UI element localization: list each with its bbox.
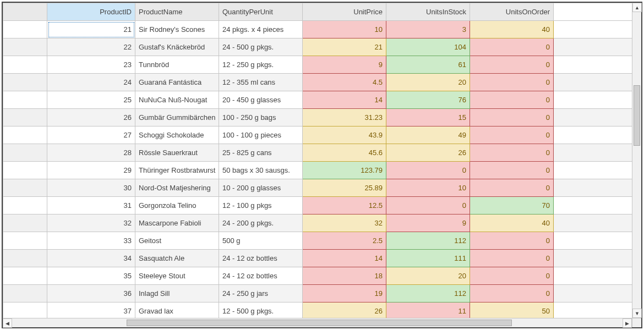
cell-unitprice[interactable]: 4.5 [303,74,386,91]
cell-quantityperunit[interactable]: 100 - 250 g bags [219,109,303,127]
cell-unitprice[interactable]: 45.6 [303,144,386,162]
table-row[interactable]: 29Thüringer Rostbratwurst50 bags x 30 sa… [3,162,632,179]
cell-quantityperunit[interactable]: 12 - 500 g pkgs. [219,302,303,318]
vertical-scroll-thumb[interactable] [634,85,640,146]
row-header[interactable] [3,56,47,74]
cell-productid[interactable]: 32 [47,215,135,232]
cell-unitsinstock[interactable]: 15 [386,109,470,127]
scroll-down-button[interactable]: ▼ [632,309,642,318]
select-all-corner[interactable] [3,3,47,21]
cell-unitprice[interactable]: 12.5 [303,197,386,215]
cell-productid[interactable]: 34 [47,250,135,267]
row-header[interactable] [3,215,47,232]
cell-productid[interactable]: 35 [47,267,135,285]
cell-unitprice[interactable]: 2.5 [303,232,386,250]
table-row[interactable]: 34Sasquatch Ale24 - 12 oz bottles141110 [3,250,632,267]
cell-quantityperunit[interactable]: 10 - 200 g glasses [219,179,303,197]
row-header[interactable] [3,232,47,250]
cell-productid[interactable]: 26 [47,109,135,127]
vertical-scrollbar[interactable]: ▲ ▼ [632,3,641,318]
cell-unitsonorder[interactable]: 70 [470,197,554,215]
cell-quantityperunit[interactable]: 500 g [219,232,303,250]
cell-productname[interactable]: Gumbär Gummibärchen [135,109,219,127]
cell-quantityperunit[interactable]: 24 pkgs. x 4 pieces [219,21,303,38]
row-header[interactable] [3,162,47,179]
cell-quantityperunit[interactable]: 25 - 825 g cans [219,144,303,162]
cell-unitsonorder[interactable]: 0 [470,267,554,285]
cell-productname[interactable]: Sasquatch Ale [135,250,219,267]
cell-productname[interactable]: Mascarpone Fabioli [135,215,219,232]
cell-quantityperunit[interactable]: 12 - 355 ml cans [219,74,303,91]
cell-quantityperunit[interactable]: 100 - 100 g pieces [219,127,303,144]
cell-productname[interactable]: Sir Rodney's Scones [135,21,219,38]
cell-quantityperunit[interactable]: 24 - 250 g jars [219,285,303,302]
cell-productname[interactable]: Gustaf's Knäckebröd [135,38,219,56]
cell-unitsonorder[interactable]: 0 [470,56,554,74]
table-row[interactable]: 21Sir Rodney's Scones24 pkgs. x 4 pieces… [3,21,632,38]
cell-unitsinstock[interactable]: 20 [386,267,470,285]
cell-unitsinstock[interactable]: 76 [386,91,470,109]
cell-productname[interactable]: Tunnbröd [135,56,219,74]
cell-unitsonorder[interactable]: 0 [470,179,554,197]
row-header[interactable] [3,197,47,215]
cell-quantityperunit[interactable]: 12 - 100 g pkgs [219,197,303,215]
cell-quantityperunit[interactable]: 24 - 500 g pkgs. [219,38,303,56]
cell-unitsinstock[interactable]: 20 [386,74,470,91]
table-row[interactable]: 37Gravad lax12 - 500 g pkgs.261150 [3,302,632,318]
table-row[interactable]: 24Guaraná Fantástica12 - 355 ml cans4.52… [3,74,632,91]
cell-unitsinstock[interactable]: 104 [386,38,470,56]
cell-unitprice[interactable]: 18 [303,267,386,285]
cell-unitprice[interactable]: 25.89 [303,179,386,197]
row-header[interactable] [3,74,47,91]
cell-unitsonorder[interactable]: 0 [470,74,554,91]
cell-productid[interactable]: 37 [47,302,135,318]
cell-productid[interactable]: 29 [47,162,135,179]
cell-productname[interactable]: Gravad lax [135,302,219,318]
cell-unitprice[interactable]: 32 [303,215,386,232]
cell-unitsonorder[interactable]: 0 [470,91,554,109]
cell-unitsonorder[interactable]: 0 [470,109,554,127]
table-row[interactable]: 35Steeleye Stout24 - 12 oz bottles18200 [3,267,632,285]
cell-unitprice[interactable]: 21 [303,38,386,56]
cell-productname[interactable]: Thüringer Rostbratwurst [135,162,219,179]
cell-unitsinstock[interactable]: 49 [386,127,470,144]
cell-productid[interactable]: 30 [47,179,135,197]
cell-unitprice[interactable]: 123.79 [303,162,386,179]
cell-unitsinstock[interactable]: 112 [386,285,470,302]
cell-unitprice[interactable]: 31.23 [303,109,386,127]
cell-productid[interactable]: 33 [47,232,135,250]
column-header-unitsinstock[interactable]: UnitsInStock [386,3,470,21]
cell-unitsinstock[interactable]: 3 [386,21,470,38]
cell-productname[interactable]: Inlagd Sill [135,285,219,302]
cell-unitprice[interactable]: 26 [303,302,386,318]
cell-productname[interactable]: Geitost [135,232,219,250]
cell-unitprice[interactable]: 14 [303,250,386,267]
cell-unitsinstock[interactable]: 111 [386,250,470,267]
cell-unitsonorder[interactable]: 0 [470,232,554,250]
cell-unitsinstock[interactable]: 10 [386,179,470,197]
cell-unitsonorder[interactable]: 0 [470,285,554,302]
cell-unitprice[interactable]: 43.9 [303,127,386,144]
table-row[interactable]: 25NuNuCa Nuß-Nougat20 - 450 g glasses147… [3,91,632,109]
horizontal-scroll-thumb[interactable] [127,320,512,326]
column-header-productname[interactable]: ProductName [135,3,219,21]
table-row[interactable]: 26Gumbär Gummibärchen100 - 250 g bags31.… [3,109,632,127]
table-row[interactable]: 33Geitost500 g2.51120 [3,232,632,250]
column-header-quantityperunit[interactable]: QuantityPerUnit [219,3,303,21]
horizontal-scrollbar[interactable]: ◀ ▶ [3,318,632,327]
cell-unitsinstock[interactable]: 0 [386,197,470,215]
cell-productid[interactable]: 28 [47,144,135,162]
cell-unitprice[interactable]: 14 [303,91,386,109]
row-header[interactable] [3,267,47,285]
cell-unitprice[interactable]: 9 [303,56,386,74]
cell-unitsonorder[interactable]: 40 [470,21,554,38]
cell-productname[interactable]: Schoggi Schokolade [135,127,219,144]
row-header[interactable] [3,302,47,318]
row-header[interactable] [3,250,47,267]
cell-unitsonorder[interactable]: 0 [470,38,554,56]
row-header[interactable] [3,179,47,197]
row-header[interactable] [3,38,47,56]
cell-unitsinstock[interactable]: 112 [386,232,470,250]
cell-quantityperunit[interactable]: 24 - 12 oz bottles [219,250,303,267]
cell-productname[interactable]: Steeleye Stout [135,267,219,285]
